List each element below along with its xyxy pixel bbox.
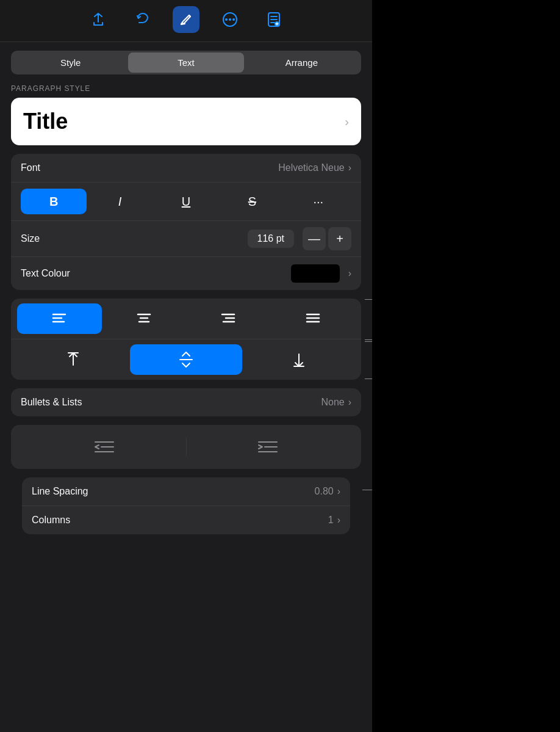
text-colour-label: Text Colour (21, 268, 291, 279)
tab-arrange[interactable]: Arrange (244, 53, 359, 73)
valign-top-button[interactable] (17, 344, 130, 375)
size-decrease-button[interactable]: — (303, 227, 326, 250)
alignment-card (11, 299, 361, 380)
doc-button[interactable] (260, 6, 287, 33)
columns-value: 1 › (328, 515, 340, 526)
strikethrough-button[interactable]: S (219, 189, 285, 214)
size-increase-button[interactable]: + (328, 227, 351, 250)
paragraph-style-selector[interactable]: Title › (11, 98, 361, 145)
tab-text[interactable]: Text (128, 53, 243, 73)
font-label: Font (21, 162, 40, 173)
font-card: Font Helvetica Neue › B I U S ··· (11, 154, 361, 290)
text-colour-value: › (291, 264, 351, 283)
svg-point-2 (232, 18, 235, 21)
vertical-align-row (11, 339, 361, 380)
spacing-columns-card: Line Spacing 0.80 › Columns 1 › (22, 477, 350, 534)
line-spacing-value: 0.80 › (315, 486, 340, 497)
font-style-row: B I U S ··· (11, 183, 361, 221)
italic-button[interactable]: I (87, 189, 153, 214)
columns-chevron-icon: › (337, 515, 340, 526)
valign-bottom-button[interactable] (242, 344, 355, 375)
underline-button[interactable]: U (153, 189, 219, 214)
align-justify-button[interactable] (271, 303, 356, 334)
markup-button[interactable] (173, 6, 199, 33)
more-formatting-button[interactable]: ··· (285, 189, 351, 214)
indent-decrease-button[interactable] (23, 433, 186, 460)
bullets-lists-row[interactable]: Bullets & Lists None › (11, 388, 361, 416)
paragraph-style-section-label: PARAGRAPH STYLE (0, 81, 372, 98)
font-chevron-icon: › (348, 162, 351, 173)
svg-point-0 (225, 18, 228, 21)
colour-swatch (291, 264, 340, 283)
font-value: Helvetica Neue › (278, 162, 351, 173)
paragraph-style-value: Title (23, 109, 68, 134)
size-row: Size 116 pt — + (11, 221, 361, 257)
align-left-button[interactable] (17, 303, 102, 334)
bullets-lists-label: Bullets & Lists (21, 397, 82, 408)
bullets-lists-chevron-icon: › (348, 397, 351, 408)
text-colour-chevron-icon: › (348, 268, 351, 279)
line-spacing-row[interactable]: Line Spacing 0.80 › (22, 477, 350, 506)
tab-bar: Style Text Arrange (11, 51, 361, 74)
valign-middle-button[interactable] (130, 344, 243, 375)
font-row[interactable]: Font Helvetica Neue › (11, 154, 361, 183)
more-button[interactable] (217, 6, 243, 33)
indent-card (11, 425, 361, 469)
right-panel (372, 0, 560, 732)
columns-label: Columns (32, 515, 70, 526)
size-label: Size (21, 233, 248, 244)
indent-increase-button[interactable] (187, 433, 350, 460)
line-spacing-chevron-icon: › (337, 486, 340, 497)
tab-style[interactable]: Style (13, 53, 128, 73)
align-center-button[interactable] (102, 303, 187, 334)
paragraph-style-chevron-icon: › (345, 115, 349, 129)
horizontal-align-row (11, 299, 361, 339)
bold-button[interactable]: B (21, 189, 87, 214)
size-value: 116 pt (248, 230, 294, 248)
svg-point-1 (229, 18, 231, 21)
toolbar (0, 0, 372, 42)
align-right-button[interactable] (186, 303, 271, 334)
text-colour-row[interactable]: Text Colour › (11, 257, 361, 290)
undo-button[interactable] (129, 6, 156, 33)
line-spacing-label: Line Spacing (32, 486, 88, 497)
columns-row[interactable]: Columns 1 › (22, 506, 350, 534)
share-button[interactable] (85, 6, 112, 33)
bullets-lists-value: None › (321, 397, 351, 408)
